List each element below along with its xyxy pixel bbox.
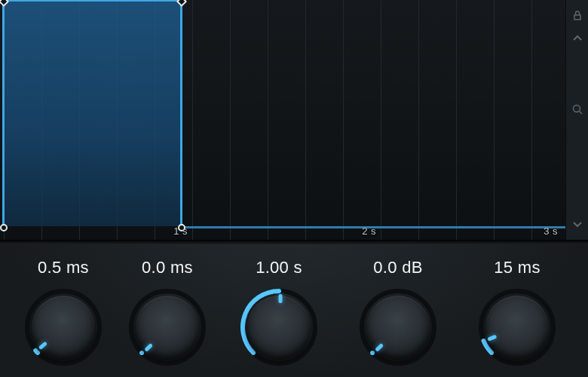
lock-button[interactable]: [569, 8, 586, 24]
gridline: [494, 0, 495, 240]
graph-side-rail: [565, 0, 588, 240]
knob-sustain-dial[interactable]: [359, 288, 437, 366]
knob-sustain-value: 0.0 dB: [373, 258, 422, 277]
envelope-edge-left: [2, 0, 5, 228]
knob-decay-dial[interactable]: [240, 288, 318, 366]
audio-envelope-editor: 1 s 2 s 3 s: [0, 0, 588, 377]
envelope-edge-right: [180, 0, 182, 228]
chevron-down-icon: [572, 219, 583, 229]
knob-attack: 0.5 ms: [18, 258, 109, 366]
gridline: [192, 0, 193, 240]
knob-sustain: 0.0 dB: [345, 258, 451, 366]
knob-panel: 0.5 ms 0.0 ms 1.00 s: [0, 244, 588, 377]
knob-release-dial[interactable]: [478, 288, 556, 366]
gridline: [418, 0, 419, 240]
knob-hold-dial[interactable]: [128, 288, 207, 366]
handle-release-end[interactable]: [0, 224, 8, 231]
chevron-up-icon: [572, 33, 583, 44]
knob-release: 15 ms: [464, 258, 570, 366]
envelope-graph[interactable]: 1 s 2 s 3 s: [0, 0, 565, 240]
time-tick-3: 3 s: [544, 225, 562, 237]
knob-hold-value: 0.0 ms: [142, 258, 193, 277]
gridline: [343, 0, 344, 240]
knob-attack-dial[interactable]: [24, 288, 103, 366]
gridline: [531, 0, 532, 240]
knob-decay: 1.00 s: [226, 258, 332, 366]
gridline: [305, 0, 306, 240]
lock-icon: [571, 10, 583, 22]
envelope-fill: [3, 0, 181, 226]
knob-decay-value: 1.00 s: [256, 258, 302, 277]
time-tick-1: 1 s: [173, 225, 192, 237]
gridline: [230, 0, 231, 240]
gridline: [268, 0, 268, 240]
scroll-up-button[interactable]: [569, 30, 586, 47]
gridline: [456, 0, 457, 240]
knob-release-value: 15 ms: [494, 258, 540, 277]
zoom-button[interactable]: [569, 101, 586, 118]
envelope-edge-top: [3, 0, 181, 2]
knob-attack-value: 0.5 ms: [38, 258, 89, 277]
time-tick-2: 2 s: [362, 225, 381, 237]
gridline: [381, 0, 381, 240]
svg-point-0: [573, 106, 580, 112]
knob-hold: 0.0 ms: [122, 258, 213, 366]
magnifier-icon: [571, 103, 583, 115]
scroll-down-button[interactable]: [569, 216, 586, 232]
